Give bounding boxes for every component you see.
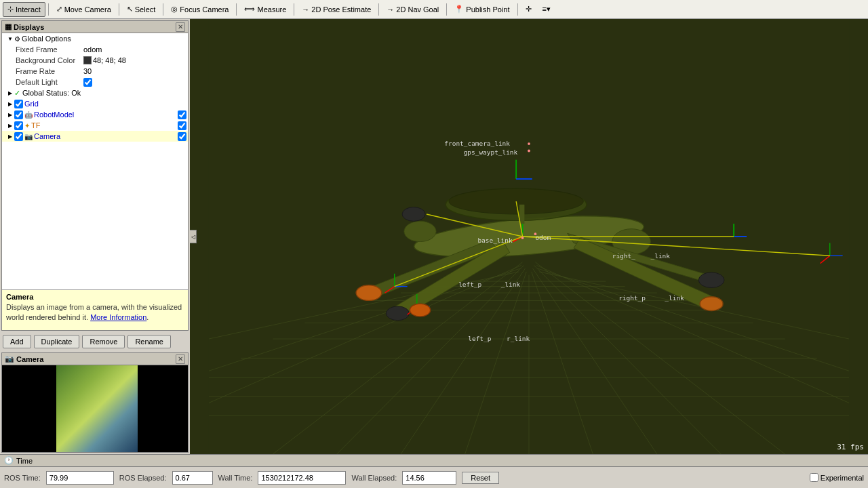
- ros-elapsed-input[interactable]: [172, 471, 213, 485]
- svg-text:left_p     _link: left_p _link: [458, 281, 520, 288]
- camera-icon: 📷: [24, 133, 33, 140]
- camera-panel: 📷 Camera ✕: [1, 352, 189, 453]
- info-panel: Camera Displays an image from a camera, …: [2, 289, 188, 330]
- camera-visible-checkbox[interactable]: [178, 132, 186, 141]
- tf-icon: ✦: [24, 122, 30, 129]
- svg-point-69: [528, 150, 530, 152]
- measure-icon: ⟺: [244, 5, 255, 14]
- tf-item[interactable]: ▶ ✦ TF: [2, 120, 188, 131]
- pose-estimate-button[interactable]: → 2D Pose Estimate: [297, 2, 376, 17]
- collapse-panel-arrow[interactable]: ◁: [190, 230, 197, 243]
- svg-point-35: [386, 306, 409, 321]
- toolbar-separator-8: [517, 3, 518, 16]
- experimental-label: Experimental: [821, 474, 864, 482]
- tf-visible-checkbox[interactable]: [178, 121, 186, 130]
- rename-button[interactable]: Rename: [127, 335, 171, 348]
- camera-panel-title: 📷 Camera: [5, 354, 43, 363]
- displays-panel: ▦ Displays ✕ ▼ ⚙ Global Options Fixed Fr…: [1, 20, 189, 331]
- global-options-item[interactable]: ▼ ⚙ Global Options: [2, 33, 188, 44]
- svg-point-70: [521, 237, 524, 239]
- wall-elapsed-label: Wall Elapsed:: [351, 474, 397, 482]
- robot-model-icon: 🤖: [24, 111, 33, 119]
- plus-button[interactable]: ✛: [521, 2, 536, 17]
- status-bar: 🕐 Time ROS Time: ROS Elapsed: Wall Time:…: [0, 454, 868, 488]
- duplicate-button[interactable]: Duplicate: [34, 335, 80, 348]
- experimental-checkbox[interactable]: [810, 473, 818, 482]
- scene-svg: front_camera_link gps_waypt_link base_li…: [190, 19, 868, 454]
- camera-panel-close[interactable]: ✕: [176, 354, 185, 364]
- camera-panel-header: 📷 Camera ✕: [2, 353, 188, 365]
- status-ok-icon: ✓: [14, 89, 20, 98]
- svg-point-36: [700, 297, 723, 311]
- info-panel-text: Displays an image from a camera, with th…: [6, 302, 184, 323]
- toolbar-separator: [48, 3, 49, 16]
- background-color-swatch[interactable]: [83, 56, 92, 64]
- displays-panel-close[interactable]: ✕: [176, 22, 185, 32]
- fixed-frame-row: Fixed Frame odom: [2, 44, 188, 55]
- move-camera-icon: ⤢: [56, 5, 62, 14]
- publish-icon: 📍: [454, 5, 464, 14]
- camera-viewport: [2, 365, 188, 452]
- nav-goal-button[interactable]: → 2D Nav Goal: [382, 2, 443, 17]
- scene-background: front_camera_link gps_waypt_link base_li…: [190, 19, 868, 454]
- grid-item[interactable]: ▶ Grid: [2, 98, 188, 109]
- robot-model-visible-checkbox[interactable]: [178, 110, 186, 119]
- svg-text:base_link: base_link: [477, 237, 512, 244]
- robot-model-item[interactable]: ▶ 🤖 RobotModel: [2, 109, 188, 120]
- wall-time-label: Wall Time:: [218, 474, 253, 482]
- cursor-icon: ⊹: [7, 5, 14, 14]
- left-panel: ▦ Displays ✕ ▼ ⚙ Global Options Fixed Fr…: [0, 19, 190, 454]
- move-camera-button[interactable]: ⤢ Move Camera: [52, 2, 116, 17]
- displays-panel-title: ▦ Displays: [5, 22, 44, 31]
- fps-counter: 31 fps: [837, 443, 864, 451]
- global-status-item[interactable]: ▶ ✓ Global Status: Ok: [2, 87, 188, 98]
- 3d-viewport[interactable]: front_camera_link gps_waypt_link base_li…: [190, 19, 868, 454]
- default-light-checkbox[interactable]: [83, 78, 92, 87]
- ros-time-label: ROS Time:: [4, 474, 41, 482]
- svg-point-34: [698, 272, 724, 288]
- background-color-row: Background Color 48; 48; 48: [2, 55, 188, 66]
- grid-checkbox[interactable]: [14, 100, 23, 108]
- action-buttons: Add Duplicate Remove Rename: [0, 332, 190, 351]
- remove-button[interactable]: Remove: [82, 335, 125, 348]
- focus-camera-button[interactable]: ◎ Focus Camera: [166, 2, 233, 17]
- plus-icon: ✛: [526, 5, 532, 14]
- tf-checkbox[interactable]: [14, 121, 23, 130]
- ros-time-input[interactable]: [46, 471, 114, 485]
- grid-arrow[interactable]: ▶: [6, 100, 14, 108]
- svg-point-71: [534, 232, 537, 235]
- displays-panel-header: ▦ Displays ✕: [2, 21, 188, 33]
- publish-point-button[interactable]: 📍 Publish Point: [450, 2, 514, 17]
- reset-button[interactable]: Reset: [462, 472, 499, 484]
- wall-time-input[interactable]: [258, 471, 346, 485]
- info-panel-title: Camera: [6, 293, 184, 301]
- robot-arrow[interactable]: ▶: [6, 110, 14, 119]
- status-title-row: 🕐 Time: [0, 455, 868, 467]
- tf-arrow[interactable]: ▶: [6, 121, 14, 129]
- svg-text:odom: odom: [535, 234, 551, 241]
- svg-point-59: [410, 304, 430, 317]
- global-options-arrow[interactable]: ▼: [6, 35, 14, 43]
- select-button[interactable]: ↖ Select: [122, 2, 161, 17]
- experimental-option: Experimental: [810, 473, 864, 482]
- measure-button[interactable]: ⟺ Measure: [239, 2, 291, 17]
- more-information-link[interactable]: More Information: [90, 313, 146, 321]
- add-button[interactable]: Add: [3, 335, 31, 348]
- toolbar-separator-2: [119, 3, 119, 16]
- robot-model-checkbox[interactable]: [14, 110, 23, 119]
- status-bar-title: Time: [16, 457, 33, 465]
- camera-arrow[interactable]: ▶: [6, 132, 14, 140]
- global-options-icon: ⚙: [14, 35, 20, 43]
- menu-button[interactable]: ≡▾: [538, 2, 555, 17]
- camera-item[interactable]: ▶ 📷 Camera: [2, 131, 188, 142]
- camera-checkbox[interactable]: [14, 132, 23, 141]
- interact-button[interactable]: ⊹ Interact: [3, 2, 45, 17]
- svg-point-68: [528, 142, 530, 145]
- camera-panel-icon: 📷: [5, 354, 14, 363]
- toolbar-separator-7: [446, 3, 447, 16]
- clock-icon: 🕐: [4, 456, 14, 465]
- global-status-arrow[interactable]: ▶: [6, 89, 14, 97]
- toolbar-separator-3: [163, 3, 163, 16]
- svg-text:gps_waypt_link: gps_waypt_link: [464, 148, 518, 156]
- wall-elapsed-input[interactable]: [402, 471, 456, 485]
